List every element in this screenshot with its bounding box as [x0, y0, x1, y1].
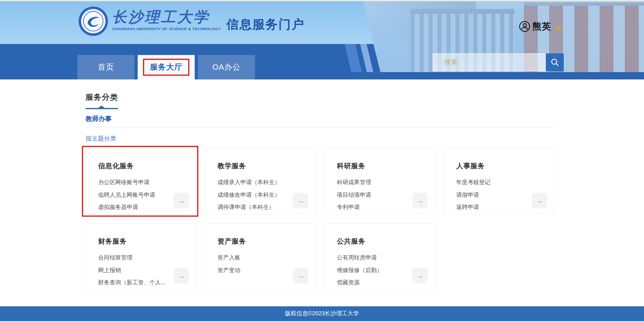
service-link[interactable]: 资产入账 [218, 251, 316, 264]
portal-title: 信息服务门户 [226, 16, 305, 33]
header: 长沙理工大学 CHANGSHA UNIVERSITY OF SCIENCE & … [0, 0, 644, 79]
card-more-button[interactable]: → [412, 193, 428, 208]
search-button[interactable] [546, 53, 564, 71]
card-more-button[interactable]: → [174, 268, 189, 284]
decorative-stripe [360, 44, 373, 72]
tab-home[interactable]: 首页 [77, 55, 134, 79]
user-caret-icon [555, 26, 563, 31]
user-name: 熊英 [532, 20, 551, 33]
card-title: 教学服务 [218, 161, 316, 171]
tab-oa-office[interactable]: OA办公 [198, 55, 255, 79]
tab-service-hall[interactable]: 服务大厅 [138, 55, 195, 79]
divider [86, 128, 556, 128]
arrow-right-icon: → [416, 271, 424, 281]
card-title: 信息化服务 [98, 161, 196, 171]
decorative-stripe [345, 44, 362, 72]
card-title: 人事服务 [456, 161, 554, 171]
tab-service-hall-label: 服务大厅 [150, 63, 182, 71]
copyright-text: 版权信息©2023长沙理工大学 [285, 310, 359, 317]
arrow-right-icon: → [416, 196, 424, 205]
search-bar [433, 53, 564, 71]
section-title: 服务分类 [86, 79, 556, 103]
user-avatar-icon [519, 21, 530, 32]
university-name-en: CHANGSHA UNIVERSITY OF SCIENCE & TECHNOL… [112, 26, 221, 31]
category-tab-teacher[interactable]: 教师办事 [86, 115, 556, 123]
search-input[interactable] [433, 53, 546, 71]
arrow-right-icon: → [297, 196, 305, 205]
card-title: 资产服务 [218, 237, 316, 246]
search-icon [550, 58, 559, 67]
service-card-public[interactable]: 公共服务 公有周转房申请 维修报修（后勤） 馆藏资源 → [324, 223, 435, 290]
user-menu[interactable]: 熊英 [519, 20, 563, 33]
service-cards-grid: 信息化服务 办公区网络账号申请 临聘人员上网账号申请 虚拟服务器申请 → 教学服… [86, 148, 556, 290]
brand: 长沙理工大学 CHANGSHA UNIVERSITY OF SCIENCE & … [79, 7, 305, 36]
section-title-underline [86, 108, 118, 109]
card-more-button[interactable]: → [293, 268, 308, 284]
service-link[interactable]: 成绩录入申请（本科生） [218, 176, 316, 189]
service-card-teaching[interactable]: 教学服务 成绩录入申请（本科生） 成绩修改申请（本科生） 调停课申请（本科生） … [205, 148, 316, 215]
main-nav: 首页 服务大厅 OA办公 [77, 55, 255, 79]
service-link[interactable]: 科研成果管理 [337, 176, 435, 189]
arrow-right-icon: → [535, 196, 543, 205]
card-title: 财务服务 [98, 237, 196, 246]
service-card-assets[interactable]: 资产服务 资产入账 资产变动 → [205, 223, 316, 290]
footer: 版权信息©2023长沙理工大学 [0, 306, 644, 321]
service-link[interactable]: 合同结算管理 [98, 251, 196, 264]
top-edge-strip [0, 0, 644, 1]
card-more-button[interactable]: → [293, 193, 308, 208]
card-more-button[interactable]: → [412, 268, 428, 284]
service-card-information[interactable]: 信息化服务 办公区网络账号申请 临聘人员上网账号申请 虚拟服务器申请 → [86, 148, 197, 215]
card-title: 科研服务 [337, 161, 435, 171]
service-link[interactable]: 办公区网络账号申请 [98, 176, 196, 189]
card-title: 公共服务 [337, 237, 435, 246]
main-content: 服务分类 教师办事 按主题分类 信息化服务 办公区网络账号申请 临聘人员上网账号… [0, 79, 644, 290]
service-card-finance[interactable]: 财务服务 合同结算管理 网上报销 财务查询（新工资、个人... → [86, 223, 197, 290]
service-link[interactable]: 公有周转房申请 [337, 251, 435, 264]
arrow-right-icon: → [177, 196, 185, 205]
service-card-hr[interactable]: 人事服务 年度考核登记 请假申请 返聘申请 → [444, 148, 555, 215]
arrow-right-icon: → [177, 271, 185, 281]
service-link[interactable]: 年度考核登记 [456, 176, 554, 189]
university-name-cn: 长沙理工大学 [112, 8, 221, 25]
arrow-right-icon: → [297, 271, 305, 281]
university-logo-icon [79, 7, 108, 36]
card-more-button[interactable]: → [532, 193, 547, 208]
service-card-research[interactable]: 科研服务 科研成果管理 项目结项申请 专利申请 → [324, 148, 435, 215]
card-more-button[interactable]: → [174, 193, 189, 208]
theme-filter-link[interactable]: 按主题分类 [86, 135, 556, 143]
